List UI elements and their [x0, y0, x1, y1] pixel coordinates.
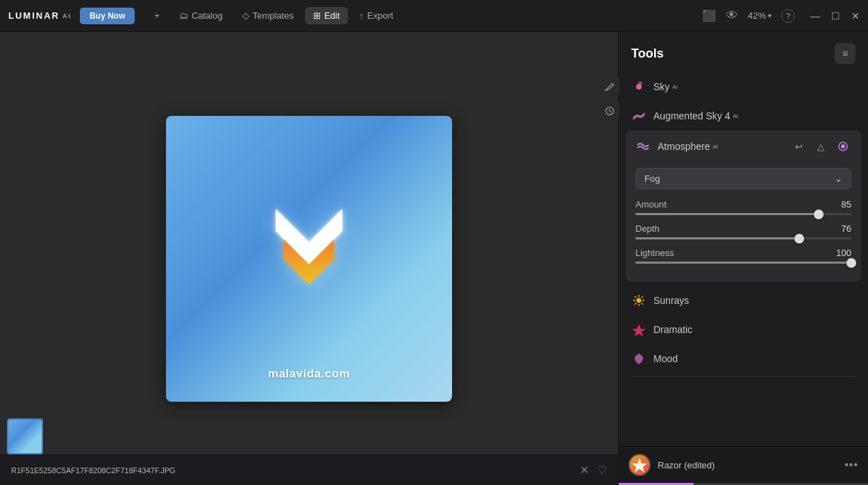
nav-export[interactable]: ↑ Export	[351, 7, 401, 24]
minimize-btn[interactable]: —	[810, 11, 820, 21]
titlebar: LUMINAR AI Buy Now + 🗂 Catalog ◇ Templat…	[0, 0, 868, 32]
lightness-slider-fill	[635, 262, 851, 264]
lightness-label: Lightness	[635, 248, 674, 258]
atmosphere-reset-btn[interactable]: ↩	[790, 138, 807, 155]
sunrays-label: Sunrays	[653, 295, 689, 306]
panel-title: Tools	[631, 46, 664, 61]
zoom-control[interactable]: 42% ▾	[748, 10, 771, 21]
lightness-slider-row: Lightness 100	[635, 248, 851, 264]
sky-label: SkyAI	[653, 81, 678, 92]
dramatic-label: Dramatic	[653, 324, 692, 335]
main-layout: malavida.com R1F51E5258C5AF17F8208C2F718…	[0, 32, 868, 485]
sunrays-icon	[631, 293, 646, 308]
atmosphere-body: Fog ⌄ Amount 85 D	[626, 162, 861, 282]
zoom-chevron-icon: ▾	[768, 12, 771, 19]
thumbnail[interactable]	[7, 418, 43, 454]
atmosphere-icon	[635, 139, 651, 154]
profile-name: Razor (edited)	[658, 460, 837, 470]
help-btn[interactable]: ?	[781, 9, 795, 23]
svg-point-5	[637, 298, 642, 303]
zoom-value: 42%	[748, 10, 766, 21]
svg-line-10	[635, 296, 636, 298]
profile-avatar	[628, 454, 651, 476]
titlebar-right: ⬛ 👁 42% ▾ ? — ☐ ✕	[702, 8, 860, 23]
amount-slider-fill	[635, 213, 819, 215]
fog-select[interactable]: Fog ⌄	[635, 168, 851, 189]
profile-bar: Razor (edited) •••	[619, 446, 868, 483]
atmosphere-label: AtmosphereAI	[658, 141, 718, 152]
tools-panel: Tools ≡ SkyAI Augmented Sky 4AI	[618, 32, 868, 485]
amount-value: 85	[842, 199, 851, 210]
edit-icon: ⊞	[313, 10, 321, 21]
compare-btn[interactable]: ⬛	[702, 9, 716, 22]
depth-slider-row: Depth 76	[635, 223, 851, 239]
svg-marker-15	[632, 458, 647, 473]
tool-row-dramatic[interactable]: Dramatic	[619, 315, 868, 344]
nav-export-label: Export	[367, 10, 394, 21]
nav-add[interactable]: +	[146, 7, 168, 24]
atmosphere-bookmark-btn[interactable]: △	[812, 138, 829, 155]
panel-header: Tools ≡	[619, 32, 868, 72]
maximize-btn[interactable]: ☐	[831, 11, 840, 21]
tool-row-augmented-sky[interactable]: Augmented Sky 4AI	[619, 101, 868, 130]
lightness-slider-track[interactable]	[635, 262, 851, 264]
logo-shape	[253, 192, 365, 303]
depth-slider-fill	[635, 237, 799, 239]
augmented-sky-icon	[631, 108, 646, 124]
svg-marker-14	[632, 324, 646, 337]
nav-edit[interactable]: ⊞ Edit	[305, 7, 348, 24]
augmented-sky-label: Augmented Sky 4AI	[653, 110, 738, 121]
logo-ai-badge: AI	[62, 12, 72, 19]
image-background: malavida.com	[166, 116, 452, 402]
amount-slider-thumb[interactable]	[814, 210, 824, 219]
amount-slider-track[interactable]	[635, 213, 851, 215]
mood-icon	[631, 351, 646, 366]
profile-more-btn[interactable]: •••	[844, 459, 858, 471]
depth-value: 76	[842, 223, 851, 234]
lightness-value: 100	[836, 248, 851, 258]
templates-icon: ◇	[242, 10, 249, 21]
brush-btn[interactable]	[600, 76, 619, 96]
fog-label: Fog	[644, 173, 660, 184]
atmosphere-toggle-btn[interactable]	[835, 138, 851, 155]
nav-catalog[interactable]: 🗂 Catalog	[171, 7, 231, 24]
atmosphere-controls: ↩ △	[790, 138, 851, 155]
lightness-slider-thumb[interactable]	[846, 258, 856, 268]
fog-chevron-icon: ⌄	[835, 173, 842, 184]
titlebar-nav: + 🗂 Catalog ◇ Templates ⊞ Edit ↑ Export	[146, 7, 696, 24]
mood-label: Mood	[653, 353, 678, 364]
panel-settings-btn[interactable]: ≡	[835, 43, 856, 64]
atmosphere-section: AtmosphereAI ↩ △ Fog ⌄	[626, 130, 861, 282]
favorite-btn[interactable]: ♡	[597, 463, 607, 477]
dramatic-icon	[631, 322, 646, 337]
svg-line-12	[642, 296, 643, 298]
amount-label: Amount	[635, 199, 667, 210]
buy-now-button[interactable]: Buy Now	[80, 8, 135, 24]
svg-line-13	[635, 303, 636, 305]
tool-row-sunrays[interactable]: Sunrays	[619, 286, 868, 315]
preview-btn[interactable]: 👁	[726, 8, 738, 23]
app-logo: LUMINAR AI	[8, 10, 72, 21]
nav-templates[interactable]: ◇ Templates	[234, 7, 302, 24]
tool-row-mood[interactable]: Mood	[619, 344, 868, 373]
nav-edit-label: Edit	[324, 10, 340, 21]
depth-slider-track[interactable]	[635, 237, 851, 239]
image-canvas[interactable]: malavida.com	[166, 116, 452, 402]
nav-catalog-label: Catalog	[192, 10, 223, 21]
depth-slider-thumb[interactable]	[794, 234, 804, 244]
depth-label: Depth	[635, 223, 660, 234]
panel-divider	[631, 376, 856, 377]
depth-label-row: Depth 76	[635, 223, 851, 234]
close-btn[interactable]: ✕	[851, 11, 860, 21]
watermark: malavida.com	[268, 367, 350, 381]
svg-line-11	[642, 303, 643, 305]
logo-text: LUMINAR	[8, 10, 60, 21]
svg-point-4	[841, 144, 845, 148]
tool-row-sky[interactable]: SkyAI	[619, 72, 868, 101]
export-icon: ↑	[359, 10, 364, 21]
history-btn[interactable]	[600, 101, 619, 121]
close-file-btn[interactable]: ✕	[580, 463, 589, 477]
logo-mark	[253, 192, 365, 303]
canvas-area: malavida.com R1F51E5258C5AF17F8208C2F718…	[0, 32, 618, 485]
atmosphere-header[interactable]: AtmosphereAI ↩ △	[626, 130, 861, 162]
